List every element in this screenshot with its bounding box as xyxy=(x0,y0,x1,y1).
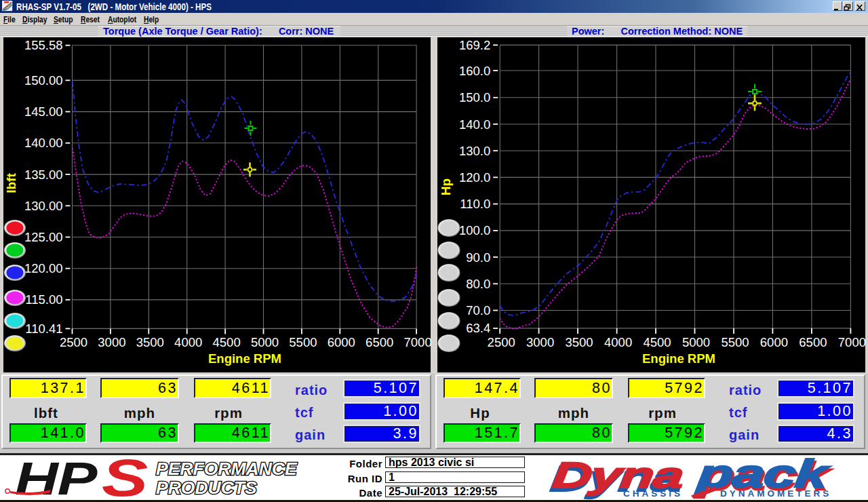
svg-text:Engine RPM: Engine RPM xyxy=(208,351,281,366)
svg-text:130.00: 130.00 xyxy=(24,199,63,213)
svg-text:169.2: 169.2 xyxy=(459,38,490,52)
svg-text:150.00: 150.00 xyxy=(24,73,63,88)
svg-text:120.0: 120.0 xyxy=(459,170,490,185)
svg-text:7000: 7000 xyxy=(838,335,866,349)
svg-text:135.00: 135.00 xyxy=(24,168,63,182)
svg-text:150.0: 150.0 xyxy=(459,90,490,104)
svg-text:4500: 4500 xyxy=(213,335,241,349)
svg-text:2500: 2500 xyxy=(60,335,87,349)
svg-text:4500: 4500 xyxy=(643,335,671,349)
svg-text:3000: 3000 xyxy=(526,335,554,349)
svg-text:S: S xyxy=(102,457,148,502)
svg-text:70.0: 70.0 xyxy=(466,303,490,317)
svg-text:PERFORMANCE: PERFORMANCE xyxy=(156,459,298,479)
svg-text:Hp: Hp xyxy=(439,178,453,195)
svg-text:7000: 7000 xyxy=(404,335,432,349)
svg-text:Engine RPM: Engine RPM xyxy=(642,351,715,366)
svg-text:160.0: 160.0 xyxy=(459,64,490,78)
svg-text:3500: 3500 xyxy=(136,335,164,349)
svg-text:4000: 4000 xyxy=(604,335,632,349)
svg-text:80.0: 80.0 xyxy=(466,277,490,291)
svg-text:110.41: 110.41 xyxy=(25,322,62,336)
svg-text:130.0: 130.0 xyxy=(459,144,490,158)
svg-text:5000: 5000 xyxy=(682,335,710,349)
svg-text:CHASSIS: CHASSIS xyxy=(623,488,683,499)
svg-text:6000: 6000 xyxy=(328,335,355,349)
svg-text:100.0: 100.0 xyxy=(459,223,490,237)
svg-text:155.58: 155.58 xyxy=(24,38,63,52)
svg-text:6000: 6000 xyxy=(760,335,788,349)
svg-text:DYNAMOMETERS: DYNAMOMETERS xyxy=(720,488,831,499)
svg-text:6500: 6500 xyxy=(366,335,393,349)
svg-text:4000: 4000 xyxy=(174,335,202,349)
svg-text:125.00: 125.00 xyxy=(24,230,63,244)
svg-text:3000: 3000 xyxy=(98,335,125,349)
svg-text:63.4: 63.4 xyxy=(466,321,490,335)
svg-text:115.00: 115.00 xyxy=(25,292,62,307)
svg-text:5000: 5000 xyxy=(251,335,279,349)
svg-text:90.0: 90.0 xyxy=(466,250,490,265)
svg-text:110.0: 110.0 xyxy=(460,197,490,211)
svg-text:5500: 5500 xyxy=(289,335,317,349)
svg-text:5500: 5500 xyxy=(721,335,749,349)
svg-text:120.00: 120.00 xyxy=(24,261,63,275)
svg-text:lbft: lbft xyxy=(4,173,18,193)
svg-text:140.0: 140.0 xyxy=(459,117,490,132)
svg-text:2500: 2500 xyxy=(488,335,515,349)
svg-text:PRODUCTS: PRODUCTS xyxy=(156,478,257,498)
svg-text:140.00: 140.00 xyxy=(24,136,63,150)
svg-text:3500: 3500 xyxy=(565,335,593,349)
svg-text:6500: 6500 xyxy=(799,335,827,349)
svg-text:145.00: 145.00 xyxy=(24,104,63,119)
